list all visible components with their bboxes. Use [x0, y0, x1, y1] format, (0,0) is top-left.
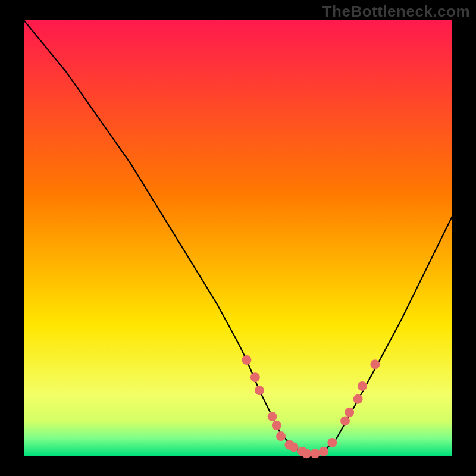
- plot-area: [24, 20, 452, 456]
- bottleneck-chart: [0, 0, 476, 476]
- chart-container: TheBottleneck.com: [0, 0, 476, 476]
- highlight-point: [319, 447, 328, 456]
- highlight-point: [302, 449, 311, 458]
- highlight-point: [268, 412, 277, 421]
- highlight-point: [340, 416, 350, 425]
- highlight-point: [345, 408, 354, 417]
- highlight-point: [289, 442, 299, 452]
- highlight-point: [311, 449, 320, 458]
- highlight-point: [353, 394, 363, 404]
- highlight-point: [370, 359, 380, 369]
- highlight-point: [272, 421, 281, 430]
- highlight-point: [255, 386, 264, 395]
- highlight-point: [358, 381, 367, 391]
- highlight-point: [250, 372, 260, 382]
- highlight-point: [276, 431, 286, 441]
- highlight-point: [242, 355, 251, 365]
- highlight-point: [327, 438, 337, 447]
- watermark-text: TheBottleneck.com: [322, 2, 470, 21]
